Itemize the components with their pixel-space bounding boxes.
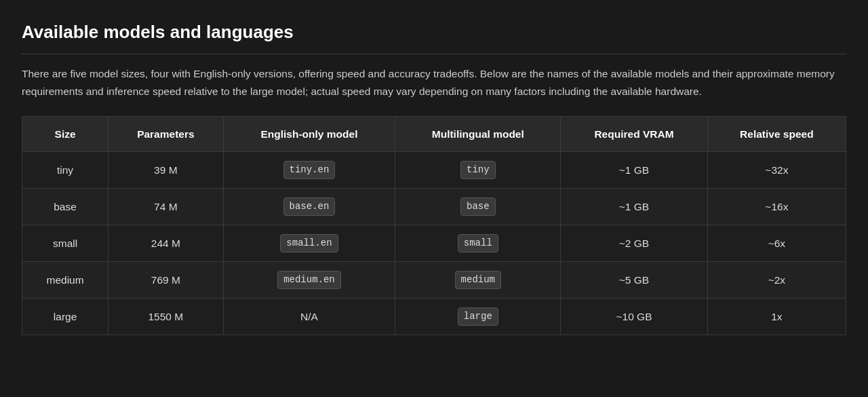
cell-parameters: 1550 M [108, 299, 223, 335]
cell-size: tiny [22, 152, 108, 189]
cell-english-model: small.en [223, 225, 395, 262]
cell-parameters: 39 M [108, 152, 223, 189]
cell-multilingual-model: small [395, 225, 561, 262]
cell-relative-speed: ~16x [707, 189, 846, 225]
cell-required-vram: ~5 GB [561, 262, 708, 299]
cell-size: large [22, 299, 108, 335]
cell-multilingual-model: large [395, 299, 561, 335]
multilingual-model-badge: small [458, 234, 498, 252]
table-row: large1550 MN/Alarge~10 GB1x [22, 299, 846, 335]
cell-required-vram: ~1 GB [561, 189, 708, 225]
table-row: small244 Msmall.ensmall~2 GB~6x [22, 225, 846, 262]
col-header-required-vram: Required VRAM [561, 117, 708, 152]
table-row: base74 Mbase.enbase~1 GB~16x [22, 189, 846, 225]
col-header-english-model: English-only model [223, 117, 395, 152]
cell-required-vram: ~1 GB [561, 152, 708, 189]
cell-required-vram: ~2 GB [561, 225, 708, 262]
cell-parameters: 769 M [108, 262, 223, 299]
cell-english-model: medium.en [223, 262, 395, 299]
table-header-row: Size Parameters English-only model Multi… [22, 117, 846, 152]
table-row: medium769 Mmedium.enmedium~5 GB~2x [22, 262, 846, 299]
cell-multilingual-model: base [395, 189, 561, 225]
col-header-size: Size [22, 117, 108, 152]
cell-size: medium [22, 262, 108, 299]
cell-required-vram: ~10 GB [561, 299, 708, 335]
multilingual-model-badge: large [458, 307, 498, 326]
cell-size: small [22, 225, 108, 262]
col-header-multilingual-model: Multilingual model [395, 117, 561, 152]
cell-english-model: base.en [223, 189, 395, 225]
cell-english-model: tiny.en [223, 152, 395, 189]
english-model-badge: small.en [280, 234, 338, 252]
cell-relative-speed: 1x [707, 299, 846, 335]
english-model-badge: medium.en [277, 271, 341, 289]
cell-size: base [22, 189, 108, 225]
cell-multilingual-model: medium [395, 262, 561, 299]
english-model-badge: base.en [283, 197, 336, 216]
multilingual-model-badge: tiny [460, 161, 496, 179]
page-title: Available models and languages [22, 19, 846, 54]
cell-relative-speed: ~32x [707, 152, 846, 189]
description-text: There are five model sizes, four with En… [22, 65, 835, 100]
table-row: tiny39 Mtiny.entiny~1 GB~32x [22, 152, 846, 189]
multilingual-model-badge: base [460, 197, 496, 216]
cell-parameters: 244 M [108, 225, 223, 262]
col-header-parameters: Parameters [108, 117, 223, 152]
cell-relative-speed: ~6x [707, 225, 846, 262]
cell-multilingual-model: tiny [395, 152, 561, 189]
cell-parameters: 74 M [108, 189, 223, 225]
models-table: Size Parameters English-only model Multi… [22, 116, 846, 335]
multilingual-model-badge: medium [455, 271, 501, 289]
english-model-badge: tiny.en [283, 161, 336, 179]
col-header-relative-speed: Relative speed [707, 117, 846, 152]
cell-relative-speed: ~2x [707, 262, 846, 299]
cell-english-model: N/A [223, 299, 395, 335]
